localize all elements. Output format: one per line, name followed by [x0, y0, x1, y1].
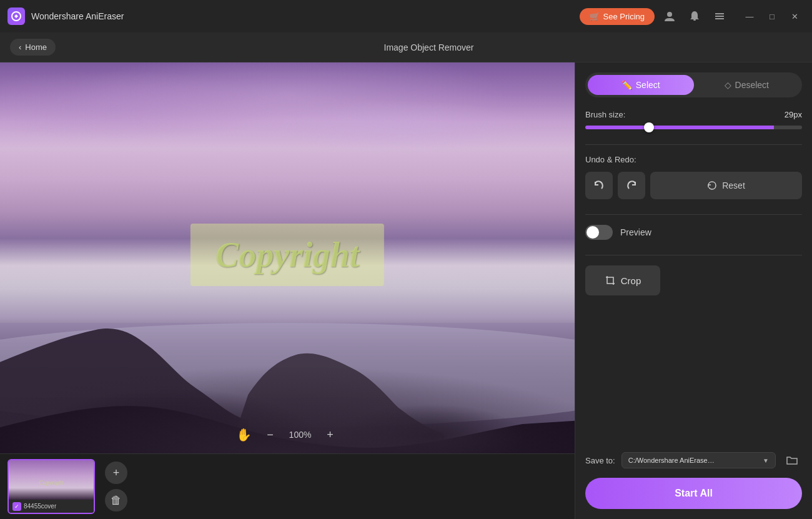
- svg-rect-3: [715, 13, 724, 14]
- window-controls: — □ ✕: [740, 6, 805, 26]
- redo-button[interactable]: [618, 172, 645, 199]
- deselect-label: Deselect: [735, 80, 769, 90]
- thumbnail-image: Copyright: [9, 460, 94, 500]
- app-title: Wondershare AniEraser: [31, 11, 124, 21]
- brush-size-label: Brush size:: [585, 110, 625, 119]
- cart-icon: 🛒: [590, 12, 600, 21]
- pricing-button[interactable]: 🛒 See Pricing: [580, 8, 655, 25]
- maximize-button[interactable]: □: [762, 6, 782, 26]
- image-composite: Copyright: [0, 62, 575, 453]
- filmstrip-actions: + 🗑: [105, 462, 127, 512]
- back-chevron-icon: ‹: [19, 42, 21, 52]
- pricing-label: See Pricing: [603, 12, 645, 21]
- preview-label: Preview: [620, 227, 651, 237]
- select-deselect-toggle: ✏️ Select ◇ Deselect: [585, 72, 802, 97]
- thumbnail-check: ✓: [12, 502, 21, 511]
- svg-text:Copyright: Copyright: [39, 479, 64, 486]
- delete-file-button[interactable]: 🗑: [105, 489, 127, 512]
- titlebar: Wondershare AniEraser 🛒 See Pricing — □ …: [0, 0, 812, 32]
- navbar: ‹ Home Image Object Remover: [0, 32, 812, 62]
- menu-icon[interactable]: [710, 6, 730, 26]
- titlebar-left: Wondershare AniEraser: [7, 7, 124, 25]
- save-path-text: C:/Wondershare AniEraser/I...: [628, 457, 716, 464]
- brush-size-value: 29px: [785, 110, 802, 119]
- toggle-thumb: [587, 226, 599, 239]
- brush-size-label-row: Brush size: 29px: [585, 110, 802, 119]
- zoom-out-button[interactable]: −: [262, 426, 279, 443]
- zoom-controls: ✋ − 100% +: [236, 426, 339, 443]
- reset-button[interactable]: Reset: [650, 172, 802, 199]
- panel-spacer: [585, 308, 802, 450]
- undo-button[interactable]: [585, 172, 613, 199]
- image-canvas[interactable]: Copyright ✋ − 100% +: [0, 62, 575, 453]
- main-content: Copyright ✋ − 100% +: [0, 62, 812, 519]
- dropdown-chevron-icon: ▼: [763, 457, 769, 464]
- save-path-selector[interactable]: C:/Wondershare AniEraser/I... ▼: [621, 452, 776, 468]
- filmstrip: Copyright ✓ 84455cover + 🗑: [0, 453, 575, 519]
- svg-rect-4: [715, 16, 724, 17]
- brush-size-slider[interactable]: [585, 126, 802, 129]
- right-panel: ✏️ Select ◇ Deselect Brush size: 29px Un…: [575, 62, 812, 519]
- minimize-button[interactable]: —: [740, 6, 760, 26]
- user-icon[interactable]: [660, 6, 680, 26]
- save-to-row: Save to: C:/Wondershare AniEraser/I... ▼: [585, 450, 802, 470]
- zoom-level: 100%: [289, 430, 312, 440]
- svg-point-1: [667, 12, 672, 17]
- undo-redo-row: Reset: [585, 172, 802, 199]
- divider-3: [585, 255, 802, 255]
- start-all-button[interactable]: Start All: [585, 478, 802, 509]
- reset-label: Reset: [722, 180, 745, 190]
- home-label: Home: [25, 42, 47, 52]
- copyright-overlay: Copyright: [191, 224, 384, 286]
- copyright-text: Copyright: [215, 235, 359, 274]
- zoom-in-button[interactable]: +: [321, 426, 339, 443]
- notification-icon[interactable]: [685, 6, 705, 26]
- divider-2: [585, 214, 802, 215]
- undo-redo-label: Undo & Redo:: [585, 155, 802, 164]
- thumbnail-bar: ✓ 84455cover: [9, 500, 94, 513]
- brush-icon: ✏️: [621, 80, 632, 90]
- select-button[interactable]: ✏️ Select: [588, 75, 694, 95]
- crop-label: Crop: [621, 275, 641, 286]
- preview-toggle[interactable]: [585, 225, 613, 240]
- crop-button[interactable]: Crop: [585, 265, 660, 295]
- deselect-button[interactable]: ◇ Deselect: [694, 75, 800, 95]
- eraser-icon: ◇: [725, 80, 731, 90]
- thumbnail-item[interactable]: Copyright ✓ 84455cover: [7, 459, 95, 514]
- app-logo: [7, 7, 25, 25]
- add-file-button[interactable]: +: [105, 462, 127, 484]
- svg-rect-5: [715, 18, 724, 19]
- divider-1: [585, 144, 802, 145]
- browse-folder-button[interactable]: [782, 450, 802, 470]
- hand-tool-icon[interactable]: ✋: [236, 427, 252, 442]
- svg-rect-2: [693, 19, 696, 21]
- select-label: Select: [636, 80, 660, 90]
- start-all-label: Start All: [675, 488, 713, 499]
- titlebar-right: 🛒 See Pricing — □ ✕: [580, 6, 805, 26]
- save-to-label: Save to:: [585, 456, 615, 465]
- page-title: Image Object Remover: [56, 42, 802, 52]
- preview-row: Preview: [585, 225, 802, 240]
- home-button[interactable]: ‹ Home: [10, 39, 56, 56]
- close-button[interactable]: ✕: [785, 6, 805, 26]
- thumbnail-filename: 84455cover: [24, 503, 56, 510]
- canvas-area: Copyright ✋ − 100% +: [0, 62, 575, 519]
